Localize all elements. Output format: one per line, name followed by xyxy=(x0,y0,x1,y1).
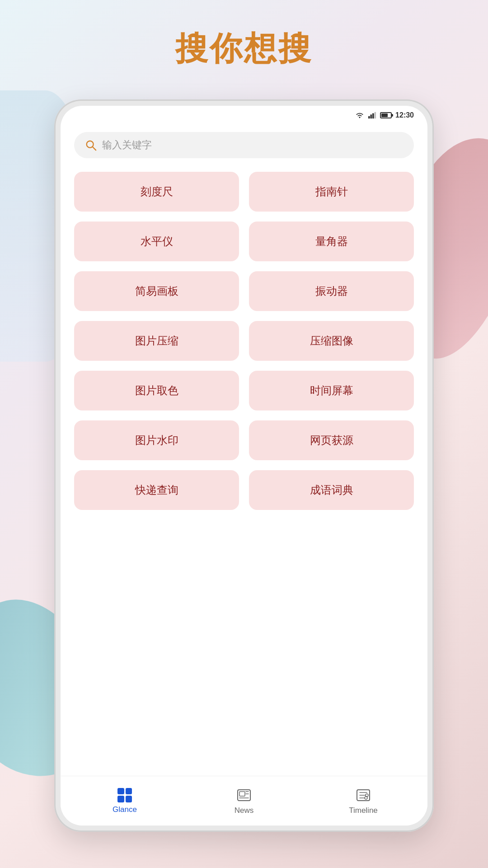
svg-point-16 xyxy=(366,794,368,797)
tool-btn-level[interactable]: 水平仪 xyxy=(74,222,239,261)
tool-btn-watermark[interactable]: 图片水印 xyxy=(74,420,239,460)
tool-btn-time-screen[interactable]: 时间屏幕 xyxy=(249,371,414,410)
status-time: 12:30 xyxy=(395,111,414,119)
phone-frame: 12:30 输入关键字 刻度尺 指南针 水平仪 量角器 简易画板 振动器 xyxy=(54,99,434,832)
tool-btn-idiom[interactable]: 成语词典 xyxy=(249,470,414,510)
tool-btn-vibrator[interactable]: 振动器 xyxy=(249,271,414,311)
svg-line-6 xyxy=(93,147,96,150)
battery-icon xyxy=(380,112,392,118)
phone-screen: 12:30 输入关键字 刻度尺 指南针 水平仪 量角器 简易画板 振动器 xyxy=(61,106,427,826)
nav-item-timeline[interactable]: Timeline xyxy=(304,787,423,815)
tool-btn-protractor[interactable]: 量角器 xyxy=(249,222,414,261)
nav-label-glance: Glance xyxy=(113,805,137,814)
status-bar: 12:30 xyxy=(61,106,427,123)
tool-btn-color-picker[interactable]: 图片取色 xyxy=(74,371,239,410)
tools-grid: 刻度尺 指南针 水平仪 量角器 简易画板 振动器 图片压缩 压缩图像 图片取色 … xyxy=(74,172,414,510)
wifi-icon xyxy=(355,112,365,119)
news-icon xyxy=(236,787,252,803)
svg-rect-8 xyxy=(239,792,245,796)
scroll-area[interactable]: 输入关键字 刻度尺 指南针 水平仪 量角器 简易画板 振动器 图片压缩 压缩图像… xyxy=(61,123,427,776)
tool-btn-img-compress[interactable]: 图片压缩 xyxy=(74,321,239,361)
svg-rect-1 xyxy=(368,116,370,118)
tool-btn-web-source[interactable]: 网页获源 xyxy=(249,420,414,460)
bottom-nav: Glance News xyxy=(61,776,427,826)
svg-point-0 xyxy=(359,117,361,118)
search-icon xyxy=(85,139,97,151)
status-icons: 12:30 xyxy=(355,111,414,119)
search-placeholder: 输入关键字 xyxy=(102,138,152,152)
timeline-icon xyxy=(355,787,371,803)
nav-item-news[interactable]: News xyxy=(184,787,304,815)
tool-btn-courier[interactable]: 快递查询 xyxy=(74,470,239,510)
svg-rect-4 xyxy=(375,112,376,118)
nav-item-glance[interactable]: Glance xyxy=(65,788,184,814)
svg-rect-2 xyxy=(371,114,372,118)
tool-btn-img-compress2[interactable]: 压缩图像 xyxy=(249,321,414,361)
glance-icon xyxy=(117,788,132,802)
tool-btn-sketchpad[interactable]: 简易画板 xyxy=(74,271,239,311)
signal-icon xyxy=(368,112,376,119)
page-title: 搜你想搜 xyxy=(0,27,488,71)
tool-btn-ruler[interactable]: 刻度尺 xyxy=(74,172,239,212)
tool-btn-compass[interactable]: 指南针 xyxy=(249,172,414,212)
search-bar[interactable]: 输入关键字 xyxy=(74,132,414,158)
nav-label-timeline: Timeline xyxy=(349,806,378,815)
nav-label-news: News xyxy=(235,806,254,815)
svg-rect-3 xyxy=(372,113,374,119)
svg-point-17 xyxy=(365,797,367,799)
